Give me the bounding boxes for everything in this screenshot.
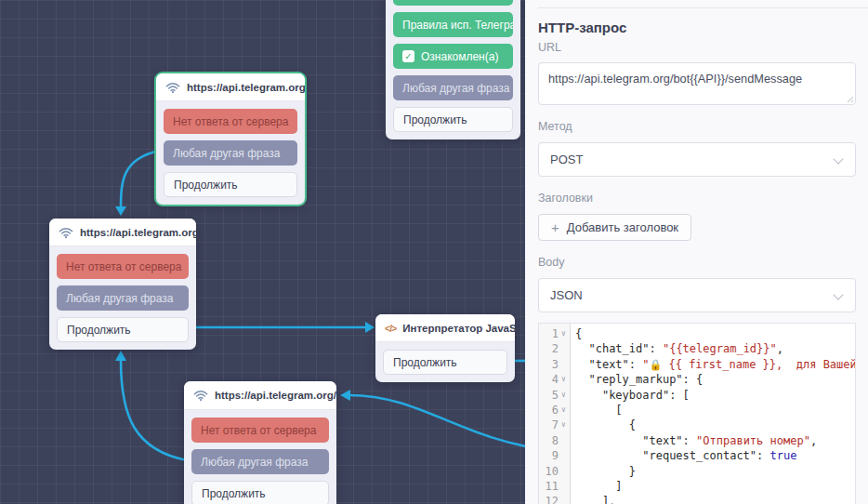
line-number: 6∨ — [539, 403, 570, 418]
method-select[interactable]: POST — [538, 142, 856, 177]
flow-button-any-phrase[interactable]: Любая другая фраза — [57, 285, 189, 311]
line-number: 7∨ — [539, 418, 570, 432]
wifi-icon — [59, 226, 73, 239]
code-line[interactable]: "chat_id": "{{telegram_id}}", — [575, 341, 855, 356]
code-icon: </> — [385, 323, 396, 334]
line-number: 10 — [539, 464, 570, 479]
plus-icon: + — [551, 219, 559, 235]
flow-button-continue[interactable]: Продолжить — [191, 481, 329, 504]
resize-grip-icon[interactable] — [845, 94, 853, 102]
body-type-select[interactable]: JSON — [538, 278, 856, 312]
code-line[interactable]: ], — [575, 494, 855, 504]
flow-button-cut[interactable] — [393, 0, 513, 6]
line-number: 5∨ — [539, 388, 570, 403]
fold-arrow-icon[interactable]: ∨ — [561, 403, 570, 418]
edge-right-to-bottom-arrow — [340, 390, 350, 401]
edge-bottom-to-mid-arrow — [115, 351, 126, 361]
code-line[interactable]: "text": "Отправить номер", — [575, 433, 855, 448]
fold-spacer — [561, 357, 570, 372]
headers-label: Заголовки — [538, 192, 856, 205]
flow-button-rules[interactable]: Правила исп. Телеграм ... — [393, 12, 513, 37]
edge-right-to-bottom[interactable] — [349, 395, 525, 450]
node-http-request-selected[interactable]: https://api.telegram.org/... Нет ответа … — [156, 73, 305, 205]
flow-button-no-answer[interactable]: Нет ответа от сервера — [57, 254, 189, 279]
node-telegram-rules[interactable]: Правила исп. Телеграм ... ✓ Ознакомлен(а… — [386, 0, 520, 139]
method-label: Метод — [538, 120, 856, 133]
add-header-button[interactable]: + Добавить заголовок — [538, 214, 691, 241]
panel-divider — [538, 7, 868, 8]
line-number: 3 — [539, 357, 570, 372]
fold-arrow-icon[interactable]: ∨ — [561, 326, 570, 341]
chevron-down-icon — [833, 289, 843, 299]
panel-title: HTTP-запрос — [538, 20, 856, 35]
code-line[interactable]: ] — [575, 479, 855, 494]
fold-spacer — [561, 479, 570, 494]
edge-mid-to-js-arrow — [365, 322, 375, 333]
line-number: 2 — [539, 341, 570, 356]
flow-button-label: Ознакомлен(а) — [421, 50, 498, 63]
flow-button-continue[interactable]: Продолжить — [57, 317, 189, 342]
code-line[interactable]: "request_contact": true — [575, 448, 855, 463]
flow-button-acknowledged[interactable]: ✓ Ознакомлен(а) — [393, 44, 513, 69]
edge-top-to-mid-arrow — [115, 206, 126, 216]
line-number: 9 — [539, 448, 570, 463]
fold-arrow-icon[interactable]: ∨ — [561, 388, 570, 403]
line-number: 1∨ — [539, 326, 570, 341]
edge-top-to-mid[interactable] — [121, 151, 159, 208]
flow-button-any-phrase[interactable]: Любая другая фраза — [393, 75, 513, 100]
checkbox-icon[interactable]: ✓ — [402, 50, 414, 62]
url-input[interactable]: https://api.telegram.org/bot{{API}}/send… — [538, 62, 856, 105]
code-line[interactable]: { — [575, 326, 855, 341]
node-title: Интерпретатор JavaScri... — [402, 323, 515, 334]
flow-button-continue[interactable]: Продолжить — [393, 107, 513, 132]
line-number: 4∨ — [539, 372, 570, 387]
line-number: 12 — [539, 494, 570, 504]
add-header-label: Добавить заголовок — [567, 220, 678, 234]
json-code-editor[interactable]: 1∨234∨5∨6∨7∨8910111213 { "chat_id": "{{t… — [538, 323, 856, 504]
node-http-request-mid[interactable]: https://api.telegram.org/... Нет ответа … — [49, 219, 196, 350]
flow-button-any-phrase[interactable]: Любая другая фраза — [191, 449, 329, 474]
http-request-panel: HTTP-запрос URL https://api.telegram.org… — [525, 0, 868, 504]
node-js-interpreter[interactable]: </> Интерпретатор JavaScri... Продолжить — [375, 314, 515, 382]
code-line[interactable]: "reply_markup": { — [575, 372, 855, 387]
code-line[interactable]: "keyboard": [ — [575, 388, 855, 403]
edge-bottom-to-mid[interactable] — [121, 360, 187, 460]
body-type-value: JSON — [550, 288, 583, 302]
method-value: POST — [550, 153, 583, 166]
url-label: URL — [538, 41, 856, 54]
node-http-request-bottom[interactable]: https://api.telegram.org/... Нет ответа … — [184, 381, 336, 504]
code-line[interactable]: [ — [575, 403, 855, 418]
node-title: https://api.telegram.org/... — [215, 390, 336, 401]
fold-spacer — [561, 433, 570, 448]
code-line[interactable]: { — [575, 418, 855, 432]
fold-spacer — [561, 464, 570, 479]
code-line[interactable]: "text": "🔒 {{ first_name }}, для Вашей и… — [575, 357, 855, 372]
node-title: https://api.telegram.org/... — [80, 227, 196, 238]
fold-spacer — [561, 341, 570, 356]
code-gutter: 1∨234∨5∨6∨7∨8910111213 — [539, 324, 571, 504]
flow-button-continue[interactable]: Продолжить — [164, 172, 297, 197]
flow-button-continue[interactable]: Продолжить — [383, 350, 507, 375]
line-number: 11 — [539, 479, 570, 494]
fold-arrow-icon[interactable]: ∨ — [561, 372, 570, 387]
url-value: https://api.telegram.org/bot{{API}}/send… — [548, 72, 802, 86]
wifi-icon — [193, 389, 208, 402]
fold-spacer — [561, 494, 570, 504]
wifi-icon — [165, 81, 180, 94]
node-title: https://api.telegram.org/... — [187, 82, 305, 93]
fold-spacer — [561, 448, 570, 463]
line-number: 8 — [539, 433, 570, 448]
bot-flow-editor: Правила исп. Телеграм ... ✓ Ознакомлен(а… — [0, 0, 868, 504]
flow-button-no-answer[interactable]: Нет ответа от сервера — [164, 109, 297, 134]
code-line[interactable]: } — [575, 464, 855, 479]
fold-arrow-icon[interactable]: ∨ — [561, 418, 570, 432]
flow-button-any-phrase[interactable]: Любая другая фраза — [164, 140, 297, 166]
chevron-down-icon — [833, 153, 843, 164]
flow-canvas[interactable]: Правила исп. Телеграм ... ✓ Ознакомлен(а… — [0, 0, 525, 504]
code-lines[interactable]: { "chat_id": "{{telegram_id}}", "text": … — [571, 324, 855, 504]
flow-button-no-answer[interactable]: Нет ответа от сервера — [191, 418, 329, 443]
body-label: Body — [538, 256, 856, 269]
